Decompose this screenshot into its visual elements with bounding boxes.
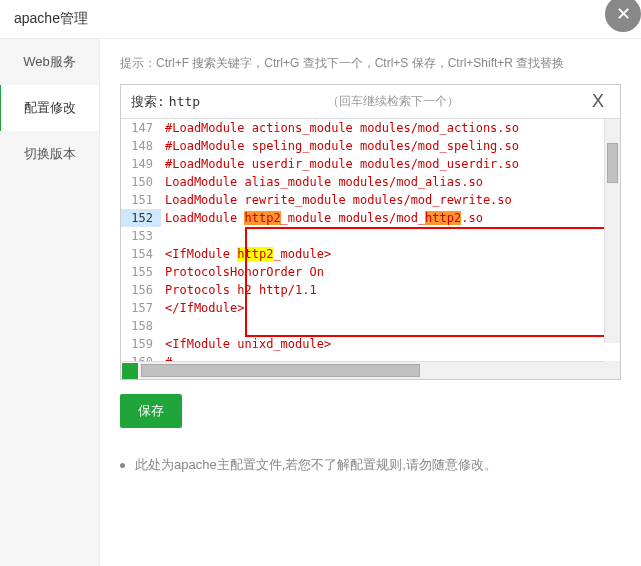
- code-line[interactable]: 156Protocols h2 http/1.1: [121, 281, 620, 299]
- window-title: apache管理: [14, 10, 88, 28]
- code-line[interactable]: 147#LoadModule actions_module modules/mo…: [121, 119, 620, 137]
- line-content[interactable]: [161, 227, 165, 245]
- line-number: 157: [121, 299, 161, 317]
- note-text: 此处为apache主配置文件,若您不了解配置规则,请勿随意修改。: [135, 456, 497, 474]
- search-label: 搜索:: [131, 93, 165, 111]
- code-line[interactable]: 154<IfModule http2_module>: [121, 245, 620, 263]
- line-number: 152: [121, 209, 161, 227]
- line-number: 153: [121, 227, 161, 245]
- close-icon[interactable]: ✕: [605, 0, 641, 32]
- sidebar-item-web[interactable]: Web服务: [0, 39, 99, 85]
- line-number: 154: [121, 245, 161, 263]
- body: Web服务 配置修改 切换版本 提示：Ctrl+F 搜索关键字，Ctrl+G 查…: [0, 39, 641, 566]
- config-note: 此处为apache主配置文件,若您不了解配置规则,请勿随意修改。: [120, 456, 621, 474]
- sidebar-item-config[interactable]: 配置修改: [0, 85, 99, 131]
- save-button[interactable]: 保存: [120, 394, 182, 428]
- line-content[interactable]: LoadModule alias_module modules/mod_alia…: [161, 173, 483, 191]
- modal-window: apache管理 ✕ Web服务 配置修改 切换版本 提示：Ctrl+F 搜索关…: [0, 0, 641, 566]
- line-number: 160: [121, 353, 161, 361]
- code-line[interactable]: 151LoadModule rewrite_module modules/mod…: [121, 191, 620, 209]
- code-line[interactable]: 153: [121, 227, 620, 245]
- code-line[interactable]: 155ProtocolsHonorOrder On: [121, 263, 620, 281]
- line-content[interactable]: LoadModule http2_module modules/mod_http…: [161, 209, 483, 227]
- line-content[interactable]: LoadModule rewrite_module modules/mod_re…: [161, 191, 512, 209]
- line-number: 148: [121, 137, 161, 155]
- status-indicator[interactable]: [122, 363, 138, 379]
- code-line[interactable]: 160#: [121, 353, 620, 361]
- titlebar: apache管理 ✕: [0, 0, 641, 39]
- line-content[interactable]: #LoadModule actions_module modules/mod_a…: [161, 119, 519, 137]
- line-number: 149: [121, 155, 161, 173]
- code-line[interactable]: 150LoadModule alias_module modules/mod_a…: [121, 173, 620, 191]
- search-close-icon[interactable]: X: [586, 91, 610, 112]
- vertical-scrollbar[interactable]: [604, 119, 620, 343]
- vertical-scroll-thumb[interactable]: [607, 143, 618, 183]
- line-number: 158: [121, 317, 161, 335]
- code-line[interactable]: 157</IfModule>: [121, 299, 620, 317]
- line-content[interactable]: Protocols h2 http/1.1: [161, 281, 317, 299]
- line-number: 150: [121, 173, 161, 191]
- code-editor: 搜索: http （回车继续检索下一个） X 147#LoadModule ac…: [120, 84, 621, 380]
- sidebar-item-version[interactable]: 切换版本: [0, 131, 99, 177]
- code-line[interactable]: 158: [121, 317, 620, 335]
- search-bar: 搜索: http （回车继续检索下一个） X: [121, 85, 620, 119]
- sidebar: Web服务 配置修改 切换版本: [0, 39, 100, 566]
- line-number: 156: [121, 281, 161, 299]
- line-number: 147: [121, 119, 161, 137]
- line-content[interactable]: #LoadModule speling_module modules/mod_s…: [161, 137, 519, 155]
- line-content[interactable]: <IfModule http2_module>: [161, 245, 331, 263]
- code-line[interactable]: 152LoadModule http2_module modules/mod_h…: [121, 209, 620, 227]
- line-content[interactable]: #LoadModule userdir_module modules/mod_u…: [161, 155, 519, 173]
- line-content[interactable]: </IfModule>: [161, 299, 244, 317]
- horizontal-scroll-thumb[interactable]: [141, 364, 420, 377]
- code-line[interactable]: 149#LoadModule userdir_module modules/mo…: [121, 155, 620, 173]
- bottom-bar: [121, 361, 620, 379]
- bullet-icon: [120, 463, 125, 468]
- line-content[interactable]: [161, 317, 165, 335]
- line-number: 159: [121, 335, 161, 353]
- line-content[interactable]: ProtocolsHonorOrder On: [161, 263, 324, 281]
- line-number: 155: [121, 263, 161, 281]
- main-panel: 提示：Ctrl+F 搜索关键字，Ctrl+G 查找下一个，Ctrl+S 保存，C…: [100, 39, 641, 566]
- line-content[interactable]: <IfModule unixd_module>: [161, 335, 331, 353]
- horizontal-scrollbar[interactable]: [139, 362, 604, 379]
- search-placeholder: （回车继续检索下一个）: [200, 93, 586, 110]
- code-line[interactable]: 148#LoadModule speling_module modules/mo…: [121, 137, 620, 155]
- code-line[interactable]: 159<IfModule unixd_module>: [121, 335, 620, 353]
- scroll-corner: [604, 361, 620, 379]
- code-area[interactable]: 147#LoadModule actions_module modules/mo…: [121, 119, 620, 361]
- shortcut-hint: 提示：Ctrl+F 搜索关键字，Ctrl+G 查找下一个，Ctrl+S 保存，C…: [120, 55, 621, 72]
- search-input[interactable]: http: [169, 94, 200, 109]
- line-content[interactable]: #: [161, 353, 172, 361]
- line-number: 151: [121, 191, 161, 209]
